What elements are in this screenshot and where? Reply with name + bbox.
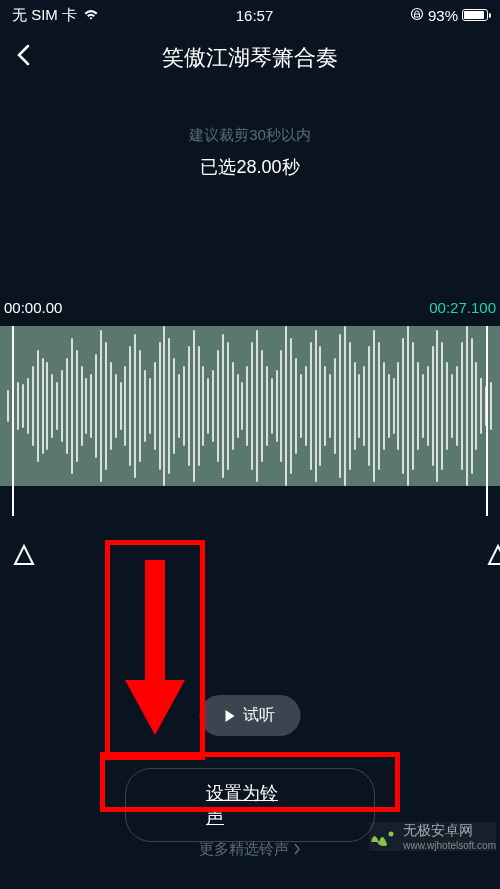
annotation-box-top bbox=[105, 540, 205, 760]
preview-button[interactable]: 试听 bbox=[200, 695, 301, 736]
more-ringtones-link[interactable]: 更多精选铃声 bbox=[199, 840, 301, 859]
annotation-arrow bbox=[125, 560, 185, 740]
svg-point-2 bbox=[389, 831, 394, 836]
waveform[interactable] bbox=[0, 326, 500, 486]
watermark-url: www.wjhotelsoft.com bbox=[403, 840, 496, 851]
selected-duration: 已选28.00秒 bbox=[0, 155, 500, 179]
trim-handle-right[interactable] bbox=[486, 326, 488, 516]
carrier-text: 无 SIM 卡 bbox=[12, 6, 77, 25]
back-button[interactable] bbox=[16, 44, 40, 72]
trim-handle-left[interactable] bbox=[12, 326, 14, 516]
waveform-container[interactable] bbox=[0, 326, 500, 486]
set-ringtone-button[interactable]: 设置为铃声 bbox=[125, 768, 375, 842]
battery-icon bbox=[462, 9, 488, 21]
header: 笑傲江湖琴箫合奏 bbox=[0, 30, 500, 86]
status-bar: 无 SIM 卡 16:57 93% bbox=[0, 0, 500, 30]
play-icon bbox=[226, 710, 235, 722]
clock-text: 16:57 bbox=[236, 7, 274, 24]
chevron-right-icon bbox=[293, 841, 301, 858]
time-labels: 00:00.00 00:27.100 bbox=[0, 299, 500, 316]
watermark: 无极安卓网 www.wjhotelsoft.com bbox=[369, 822, 496, 851]
svg-rect-1 bbox=[145, 560, 165, 680]
trim-hint: 建议裁剪30秒以内 bbox=[0, 126, 500, 145]
watermark-brand: 无极安卓网 bbox=[403, 822, 496, 840]
time-start: 00:00.00 bbox=[4, 299, 62, 316]
lock-rotation-icon bbox=[410, 7, 424, 24]
preview-label: 试听 bbox=[243, 705, 275, 726]
watermark-logo-icon bbox=[369, 824, 399, 850]
wifi-icon bbox=[83, 7, 99, 24]
time-end: 00:27.100 bbox=[429, 299, 496, 316]
page-title: 笑傲江湖琴箫合奏 bbox=[162, 43, 338, 73]
set-ringtone-label: 设置为铃声 bbox=[206, 783, 278, 827]
more-label: 更多精选铃声 bbox=[199, 840, 289, 859]
battery-pct: 93% bbox=[428, 7, 458, 24]
